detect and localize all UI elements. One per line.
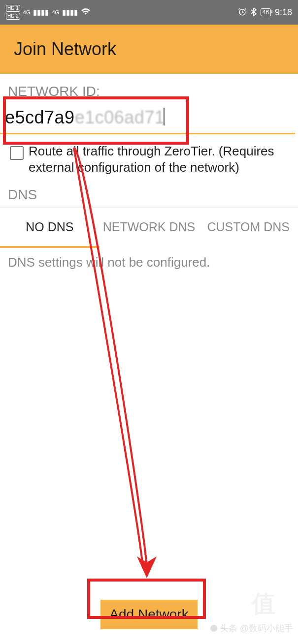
battery-icon: 46 (261, 8, 271, 16)
route-traffic-checkbox-row[interactable]: Route all traffic through ZeroTier. (Req… (0, 134, 298, 184)
page-title: Join Network (14, 39, 116, 60)
network-id-label: NETWORK ID: (0, 74, 298, 103)
wifi-icon (81, 8, 91, 17)
tab-no-dns[interactable]: NO DNS (0, 208, 99, 248)
signal-bars-2-icon: ▮▮▮▮ (62, 8, 78, 17)
watermark-icon (210, 624, 218, 632)
hd1-badge: HD 1 (6, 5, 20, 12)
route-traffic-label: Route all traffic through ZeroTier. (Req… (29, 143, 291, 175)
signal-bars-1-icon: ▮▮▮▮ (33, 8, 49, 17)
field-underline (0, 133, 295, 134)
signal-4g-2: 4G (52, 9, 59, 15)
tab-custom-dns[interactable]: CUSTOM DNS (199, 208, 298, 248)
route-traffic-checkbox[interactable] (10, 146, 24, 160)
clock-text: 9:18 (275, 7, 292, 18)
network-id-value-redacted: e1c06ad71 (75, 107, 165, 127)
network-id-field[interactable]: e5cd7a9e1c06ad71 (0, 103, 298, 134)
tab-network-dns[interactable]: NETWORK DNS (99, 208, 199, 248)
signal-4g-1: 4G (23, 9, 31, 15)
dns-tabs: NO DNS NETWORK DNS CUSTOM DNS (0, 208, 298, 248)
status-right: 46 9:18 (238, 7, 292, 18)
app-bar: Join Network (0, 25, 298, 74)
dns-hint-text: DNS settings will not be configured. (0, 248, 298, 277)
watermark-label: 头条 @数码小能手 (220, 622, 293, 634)
svg-point-1 (210, 625, 217, 632)
add-network-button[interactable]: Add Network (100, 600, 197, 629)
watermark-text: 头条 @数码小能手 (210, 622, 293, 634)
alarm-icon (238, 7, 247, 18)
dns-section-label: DNS (0, 184, 298, 208)
hd2-badge: HD 2 (6, 13, 20, 20)
bluetooth-icon (251, 7, 257, 18)
status-left: HD 1 HD 2 4G ▮▮▮▮ 4G ▮▮▮▮ (6, 5, 91, 20)
network-id-input[interactable]: e5cd7a9e1c06ad71 (0, 103, 295, 133)
network-id-value-visible: e5cd7a9 (5, 107, 75, 127)
watermark-background: 值 (252, 588, 278, 619)
battery-level: 46 (263, 9, 269, 16)
status-bar: HD 1 HD 2 4G ▮▮▮▮ 4G ▮▮▮▮ 46 9:18 (0, 0, 298, 25)
